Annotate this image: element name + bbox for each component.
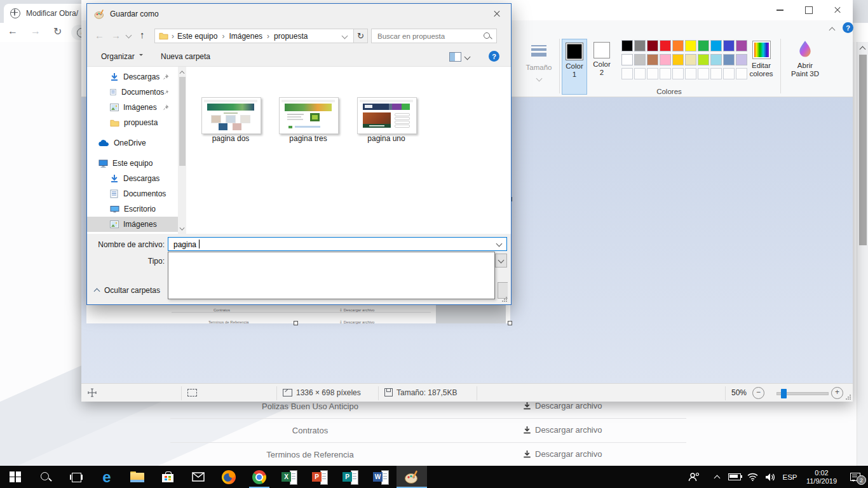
sidebar-item-descargas[interactable]: Descargas xyxy=(87,171,178,186)
filename-input[interactable] xyxy=(172,238,480,251)
download-link[interactable]: Descargar archivo xyxy=(523,449,602,459)
palette-empty-slot[interactable] xyxy=(685,68,696,79)
palette-swatch[interactable] xyxy=(634,40,646,51)
file-item-pagina-dos[interactable]: pagina dos xyxy=(201,97,260,147)
back-button[interactable]: ← xyxy=(8,25,18,37)
taskbar-paint-button[interactable] xyxy=(397,466,427,488)
nav-history-dropdown-icon[interactable] xyxy=(126,32,132,39)
nav-scroll-down-icon[interactable] xyxy=(180,226,185,231)
palette-swatch[interactable] xyxy=(634,54,646,65)
hide-folders-button[interactable]: Ocultar carpetas xyxy=(95,285,160,295)
edit-colors-button[interactable]: Editarcolores xyxy=(743,39,779,94)
palette-swatch[interactable] xyxy=(621,40,633,51)
zoom-out-button[interactable]: − xyxy=(752,387,764,399)
taskbar-store-button[interactable] xyxy=(153,466,183,488)
nav-back-button[interactable]: ← xyxy=(95,30,104,41)
nav-forward-button[interactable]: → xyxy=(111,30,121,41)
palette-empty-slot[interactable] xyxy=(698,68,709,79)
palette-empty-slot[interactable] xyxy=(660,68,671,79)
language-indicator[interactable]: ESP xyxy=(779,466,801,488)
breadcrumb-dropdown-icon[interactable] xyxy=(342,33,348,39)
people-button[interactable] xyxy=(681,466,707,488)
file-item-pagina-tres[interactable]: pagina tres xyxy=(279,97,337,147)
forward-button[interactable]: → xyxy=(31,25,41,37)
action-center-button[interactable]: 2 xyxy=(843,466,868,488)
nav-scroll-thumb[interactable] xyxy=(179,77,186,166)
search-input[interactable] xyxy=(376,32,483,41)
palette-empty-slot[interactable] xyxy=(621,68,633,79)
tray-expand-button[interactable] xyxy=(707,466,727,488)
minimize-button[interactable] xyxy=(766,0,794,20)
close-button[interactable] xyxy=(823,0,851,20)
taskbar-publisher-button[interactable]: P xyxy=(336,466,366,488)
taskbar-firefox-button[interactable] xyxy=(214,466,244,488)
sidebar-item-propuesta[interactable]: propuesta xyxy=(87,115,178,130)
palette-swatch[interactable] xyxy=(710,54,722,65)
window-resize-grip[interactable] xyxy=(845,394,851,400)
new-folder-button[interactable]: Nueva carpeta xyxy=(161,52,210,61)
palette-swatch[interactable] xyxy=(698,54,709,65)
refresh-button[interactable]: ↻ xyxy=(354,29,368,43)
nav-scroll-up-icon[interactable] xyxy=(180,71,185,76)
ribbon-collapse-icon[interactable] xyxy=(829,27,836,34)
open-paint3d-button[interactable]: AbrirPaint 3D xyxy=(784,39,826,94)
dialog-help-button[interactable]: ? xyxy=(489,51,499,62)
dialog-close-button[interactable] xyxy=(482,4,511,24)
wifi-indicator[interactable] xyxy=(743,466,761,488)
sidebar-item-imagenes-selected[interactable]: Imágenes xyxy=(87,217,178,232)
palette-swatch[interactable] xyxy=(698,40,709,51)
palette-swatch[interactable] xyxy=(647,54,658,65)
nav-up-button[interactable]: ↑ xyxy=(140,29,145,40)
sidebar-item-descargas-quick[interactable]: Descargas xyxy=(87,69,178,85)
dialog-titlebar[interactable]: Guardar como xyxy=(87,4,511,24)
taskbar-chrome-button[interactable] xyxy=(244,466,275,488)
filename-dropdown-icon[interactable] xyxy=(496,241,503,247)
palette-swatch[interactable] xyxy=(660,40,671,51)
taskbar-search-button[interactable] xyxy=(31,466,61,488)
zoom-in-button[interactable]: + xyxy=(831,387,843,399)
palette-swatch[interactable] xyxy=(723,54,735,65)
zoom-slider[interactable] xyxy=(776,392,829,395)
type-dropdown-fragment[interactable] xyxy=(495,254,507,268)
file-item-pagina-uno[interactable]: pagina uno xyxy=(357,97,416,147)
search-box[interactable] xyxy=(371,29,497,43)
nav-scrollbar[interactable] xyxy=(178,67,186,234)
sidebar-item-documentos[interactable]: Documentos xyxy=(87,186,178,201)
color2-button[interactable]: Color2 xyxy=(590,39,614,95)
reload-button[interactable]: ↻ xyxy=(53,25,62,37)
palette-swatch[interactable] xyxy=(672,54,684,65)
breadcrumb-item-este-equipo[interactable]: Este equipo xyxy=(177,32,217,41)
zoom-slider-thumb[interactable] xyxy=(781,389,787,398)
palette-swatch[interactable] xyxy=(685,40,696,51)
battery-indicator[interactable] xyxy=(726,466,743,488)
download-link[interactable]: Descargar archivo xyxy=(523,425,602,435)
sidebar-item-imagenes-quick[interactable]: Imágenes xyxy=(87,100,178,115)
view-button[interactable] xyxy=(449,52,461,62)
palette-empty-slot[interactable] xyxy=(672,68,684,79)
breadcrumb[interactable]: › Este equipo › Imágenes › propuesta xyxy=(154,29,354,43)
palette-empty-slot[interactable] xyxy=(710,68,722,79)
paint-help-button[interactable]: ? xyxy=(843,22,853,33)
palette-empty-slot[interactable] xyxy=(634,68,646,79)
palette-swatch[interactable] xyxy=(685,54,696,65)
search-icon[interactable] xyxy=(483,32,492,41)
volume-indicator[interactable] xyxy=(761,466,779,488)
scroll-thumb[interactable] xyxy=(859,55,867,245)
taskbar-excel-button[interactable]: X xyxy=(275,466,305,488)
taskbar-word-button[interactable]: W xyxy=(366,466,397,488)
clock[interactable]: 0:02 11/9/2019 xyxy=(801,466,843,488)
scroll-up-arrow-icon[interactable] xyxy=(860,46,866,53)
selection-handle[interactable] xyxy=(508,321,512,325)
view-dropdown-icon[interactable] xyxy=(465,54,471,60)
palette-swatch[interactable] xyxy=(672,40,684,51)
filename-field[interactable] xyxy=(168,237,507,251)
browser-scrollbar[interactable] xyxy=(857,42,868,466)
organize-button[interactable]: Organizar xyxy=(101,52,143,61)
taskbar-powerpoint-button[interactable]: P xyxy=(305,466,336,488)
palette-swatch[interactable] xyxy=(723,40,735,51)
size-button[interactable]: Tamaño xyxy=(520,39,558,94)
palette-swatch[interactable] xyxy=(621,54,633,65)
sidebar-item-este-equipo[interactable]: Este equipo xyxy=(87,156,178,171)
download-link[interactable]: Descargar archivo xyxy=(523,401,602,410)
taskbar-edge-button[interactable]: e xyxy=(92,466,122,488)
